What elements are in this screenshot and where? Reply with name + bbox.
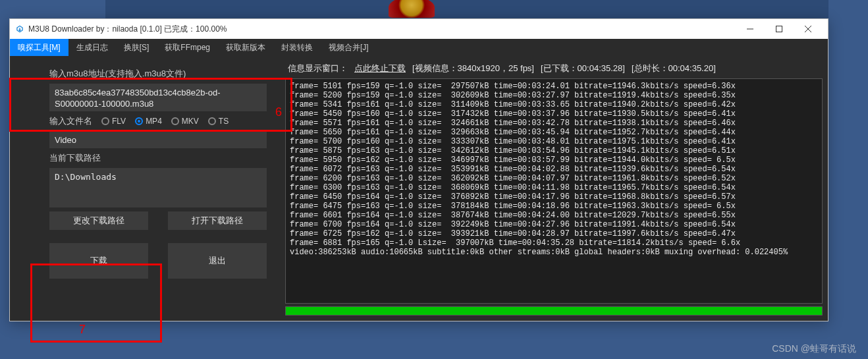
menu-log[interactable]: 生成日志 [68, 39, 116, 56]
stop-link[interactable]: 点此终止下载 [354, 63, 406, 74]
menu-remux[interactable]: 封装转换 [273, 39, 321, 56]
app-window: M3U8 Downloader by：nilaoda [0.1.0] 已完成：1… [9, 18, 828, 321]
radio-flv[interactable]: FLV [101, 117, 126, 126]
menubar: 嗅探工具[M] 生成日志 换肤[S] 获取FFmpeg 获取新版本 封装转换 视… [10, 39, 828, 56]
path-display: D:\Downloads [49, 168, 267, 207]
radio-mp4[interactable]: MP4 [135, 117, 162, 126]
filename-input[interactable] [49, 131, 267, 148]
watermark: CSDN @蛙哥有话说 [772, 343, 856, 355]
menu-ffmpeg[interactable]: 获取FFmpeg [157, 39, 218, 56]
close-button[interactable] [794, 20, 823, 38]
downloaded-time: [已下载：00:04:35.28] [541, 63, 625, 74]
format-row: 输入文件名 FLV MP4 MKV TS [49, 115, 273, 127]
left-panel: 输入m3u8地址(支持拖入.m3u8文件) 输入文件名 FLV MP4 MKV … [10, 61, 280, 316]
url-input[interactable] [49, 84, 267, 111]
svg-rect-0 [776, 26, 782, 32]
titlebar: M3U8 Downloader by：nilaoda [0.1.0] 已完成：1… [10, 19, 828, 39]
minimize-button[interactable] [736, 20, 765, 38]
video-info: [视频信息：3840x1920，25 fps] [412, 63, 534, 74]
right-panel: 信息显示窗口： 点此终止下载 [视频信息：3840x1920，25 fps] [… [285, 61, 823, 316]
menu-skin[interactable]: 换肤[S] [116, 39, 157, 56]
window-controls [736, 20, 823, 38]
window-title: M3U8 Downloader by：nilaoda [0.1.0] 已完成：1… [28, 24, 227, 35]
change-path-button[interactable]: 更改下载路径 [49, 211, 148, 230]
radio-ts[interactable]: TS [208, 117, 229, 126]
url-label: 输入m3u8地址(支持拖入.m3u8文件) [49, 68, 273, 80]
body-area: 输入m3u8地址(支持拖入.m3u8文件) 输入文件名 FLV MP4 MKV … [10, 56, 828, 321]
total-time: [总时长：00:04:35.20] [632, 63, 716, 74]
background-emblem [389, 0, 435, 18]
background-banner [105, 0, 828, 18]
radio-mkv[interactable]: MKV [171, 117, 199, 126]
open-path-button[interactable]: 打开下载路径 [168, 211, 267, 230]
path-label: 当前下载路径 [49, 152, 273, 164]
progress-bar [285, 306, 823, 316]
progress-fill [286, 307, 822, 315]
download-button[interactable]: 下载 [49, 243, 148, 279]
menu-update[interactable]: 获取新版本 [218, 39, 273, 56]
exit-button[interactable]: 退出 [168, 243, 267, 279]
app-icon [15, 24, 24, 34]
filename-label: 输入文件名 [49, 115, 92, 127]
maximize-button[interactable] [765, 20, 794, 38]
info-line: 信息显示窗口： 点此终止下载 [视频信息：3840x1920，25 fps] [… [285, 61, 823, 76]
console-output: frame= 5101 fps=159 q=-1.0 size= 297507k… [285, 78, 823, 304]
info-label: 信息显示窗口： [288, 63, 348, 74]
menu-sniff[interactable]: 嗅探工具[M] [10, 39, 68, 56]
annotation-num-7: 7 [79, 323, 86, 337]
menu-merge[interactable]: 视频合并[J] [321, 39, 377, 56]
